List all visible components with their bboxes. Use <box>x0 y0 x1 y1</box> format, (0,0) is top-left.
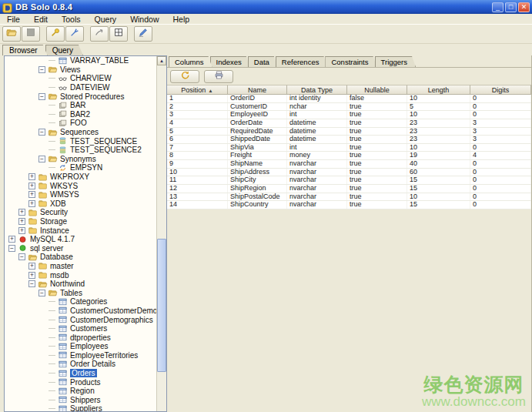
sql-editor-button[interactable] <box>134 26 152 42</box>
tree-item-customers[interactable]: Customers <box>5 324 156 333</box>
column-header-data-type[interactable]: Data Type <box>287 85 347 95</box>
table-row[interactable]: 12ShipRegionnvarchartrue150 <box>167 185 531 193</box>
tree-item-dateview[interactable]: DATEVIEW <box>5 83 156 92</box>
tree-item-test-sequence[interactable]: TEST_SEQUENCE <box>5 136 156 146</box>
collapse-icon[interactable]: − <box>38 66 45 73</box>
detail-tab-constraints[interactable]: Constraints <box>325 56 376 67</box>
expand-icon[interactable]: + <box>28 173 35 180</box>
close-button[interactable]: ✕ <box>518 2 530 12</box>
collapse-icon[interactable]: − <box>38 129 45 136</box>
table-row[interactable]: 4OrderDatedatetimetrue233 <box>167 119 531 128</box>
tree-item-master[interactable]: +master <box>5 262 156 271</box>
tree-item-employeeterritories[interactable]: EmployeeTerritories <box>5 351 156 360</box>
disconnect-button[interactable] <box>65 26 84 42</box>
tree-item-sql-server[interactable]: −sql server <box>5 243 156 253</box>
expand-icon[interactable]: + <box>28 191 35 198</box>
tree-item-synonyms[interactable]: −Synonyms <box>5 155 156 164</box>
tree-item-tables[interactable]: −Tables <box>5 288 156 297</box>
tree-item-wmsys[interactable]: +WMSYS <box>5 190 156 199</box>
grid-view-button[interactable] <box>109 26 128 42</box>
menu-query[interactable]: Query <box>88 15 124 24</box>
table-row[interactable]: 11ShipCitynvarchartrue150 <box>167 176 531 185</box>
table-row[interactable]: 14ShipCountrynvarchartrue150 <box>167 201 531 209</box>
scroll-up-button[interactable]: ▲ <box>157 56 166 65</box>
table-row[interactable]: 7ShipViainttrue100 <box>167 144 531 152</box>
tree-item-employees[interactable]: Employees <box>5 342 156 351</box>
tab-browser[interactable]: Browser <box>2 45 48 55</box>
menu-edit[interactable]: Edit <box>27 15 55 24</box>
column-header-length[interactable]: Length <box>407 85 470 95</box>
collapse-icon[interactable]: − <box>8 245 15 252</box>
open-button[interactable] <box>2 26 21 42</box>
menu-help[interactable]: Help <box>166 15 196 24</box>
tree-item-varray-table[interactable]: VARRAY_TABLE <box>5 56 156 65</box>
menu-file[interactable]: File <box>0 15 27 24</box>
collapse-icon[interactable]: − <box>28 280 35 287</box>
tree-item-dtproperties[interactable]: dtproperties <box>5 333 156 342</box>
collapse-icon[interactable]: − <box>18 253 25 260</box>
column-header-name[interactable]: Name <box>228 85 287 95</box>
scroll-thumb[interactable] <box>157 239 166 372</box>
table-row[interactable]: 3EmployeeIDinttrue100 <box>167 111 531 119</box>
tree-item-xdb[interactable]: +XDB <box>5 199 156 209</box>
stop-button[interactable] <box>22 26 40 42</box>
tree-item-orders[interactable]: Orders <box>5 369 156 378</box>
tree-item-empsyn[interactable]: EMPSYN <box>5 163 156 173</box>
table-row[interactable]: 5RequiredDatedatetimetrue233 <box>167 128 531 136</box>
expand-icon[interactable]: + <box>18 218 25 225</box>
connect-button[interactable] <box>46 26 65 42</box>
tree-item-storage[interactable]: +Storage <box>5 217 156 226</box>
tree-item-foo[interactable]: FOO <box>5 119 156 128</box>
tree-item-sequences[interactable]: −Sequences <box>5 128 156 137</box>
tree-item-categories[interactable]: Categories <box>5 297 156 306</box>
detail-tab-indexes[interactable]: Indexes <box>210 56 250 67</box>
expand-icon[interactable]: + <box>28 200 35 207</box>
maximize-button[interactable]: □ <box>505 2 517 12</box>
expand-icon[interactable]: + <box>28 183 35 189</box>
expand-icon[interactable]: + <box>28 272 35 279</box>
tree-item-database[interactable]: −Database <box>5 253 156 262</box>
expand-icon[interactable]: + <box>18 227 25 234</box>
tree-item-bar[interactable]: BAR <box>5 101 156 110</box>
tree-item-customerdemographics[interactable]: CustomerDemographics <box>5 315 156 324</box>
tree-item-wksys[interactable]: +WKSYS <box>5 181 156 190</box>
detail-tab-triggers[interactable]: Triggers <box>375 56 417 67</box>
detail-tab-columns[interactable]: Columns <box>169 56 212 67</box>
tree-item-instance[interactable]: +Instance <box>5 226 156 235</box>
column-header-digits[interactable]: Digits <box>470 85 531 95</box>
table-row[interactable]: 8Freightmoneytrue194 <box>167 152 531 160</box>
expand-icon[interactable]: + <box>8 236 15 243</box>
table-row[interactable]: 9ShipNamenvarchartrue400 <box>167 160 531 169</box>
detail-tab-references[interactable]: References <box>276 56 328 67</box>
expand-icon[interactable]: + <box>28 263 35 270</box>
table-row[interactable]: 10ShipAddressnvarchartrue600 <box>167 169 531 177</box>
table-row[interactable]: 1OrderIDint identityfalse100 <box>167 95 531 103</box>
tree-item-shippers[interactable]: Shippers <box>5 396 156 405</box>
collapse-icon[interactable]: − <box>38 156 45 162</box>
collapse-icon[interactable]: − <box>38 93 45 100</box>
tab-query[interactable]: Query <box>45 45 83 55</box>
table-row[interactable]: 2CustomerIDnchartrue50 <box>167 103 531 112</box>
tree-item-mysql-4-1-7[interactable]: +MySQL 4.1.7 <box>5 235 156 244</box>
table-row[interactable]: 6ShippedDatedatetimetrue233 <box>167 136 531 144</box>
table-row[interactable]: 13ShipPostalCodenvarchartrue100 <box>167 193 531 202</box>
detail-tab-data[interactable]: Data <box>248 56 278 67</box>
tree-item-msdb[interactable]: +msdb <box>5 270 156 280</box>
column-header-position[interactable]: Position▲ <box>167 85 228 95</box>
tree-item-bar2[interactable]: BAR2 <box>5 110 156 119</box>
tree-item-security[interactable]: +Security <box>5 208 156 217</box>
tree-item-suppliers[interactable]: Suppliers <box>5 404 156 412</box>
collapse-icon[interactable]: − <box>38 290 45 296</box>
tree-item-charview[interactable]: CHARVIEW <box>5 74 156 83</box>
tree-item-northwind[interactable]: −Northwind <box>5 280 156 289</box>
column-header-nullable[interactable]: Nullable <box>347 85 407 95</box>
menu-window[interactable]: Window <box>123 15 166 24</box>
refresh-button[interactable] <box>170 70 199 83</box>
print-button[interactable] <box>204 70 233 83</box>
tree-scrollbar[interactable]: ▲ <box>156 56 166 411</box>
tree-item-test-sequence2[interactable]: TEST_SEQUENCE2 <box>5 146 156 155</box>
tree-item-order-details[interactable]: Order Details <box>5 360 156 369</box>
tree-item-customercustomerdemo[interactable]: CustomerCustomerDemo <box>5 306 156 316</box>
expand-icon[interactable]: + <box>18 209 25 216</box>
tree-item-stored-procedures[interactable]: −Stored Procedures <box>5 92 156 101</box>
